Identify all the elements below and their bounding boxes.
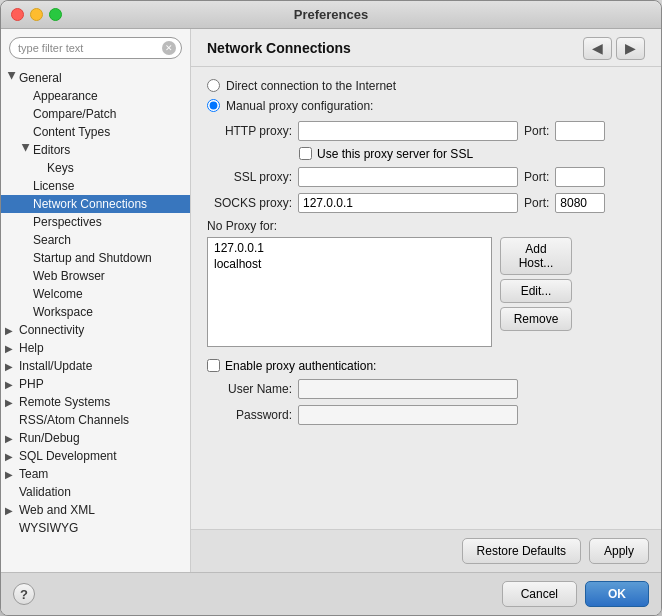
expand-arrow: ▶: [5, 505, 19, 516]
sidebar-item-label: Compare/Patch: [33, 107, 116, 121]
direct-radio-label[interactable]: Direct connection to the Internet: [226, 79, 396, 93]
manual-radio-row: Manual proxy configuration:: [207, 99, 645, 113]
password-input[interactable]: [298, 405, 518, 425]
sidebar-item-network-connections[interactable]: Network Connections: [1, 195, 190, 213]
filter-input[interactable]: [9, 37, 182, 59]
expand-arrow: ▶: [5, 325, 19, 336]
list-item[interactable]: 127.0.0.1: [212, 240, 487, 256]
panel-title: Network Connections: [207, 40, 351, 56]
sidebar-item-label: Remote Systems: [19, 395, 110, 409]
sidebar-item-sql-development[interactable]: ▶ SQL Development: [1, 447, 190, 465]
sidebar-item-perspectives[interactable]: Perspectives: [1, 213, 190, 231]
sidebar-item-web-browser[interactable]: Web Browser: [1, 267, 190, 285]
restore-defaults-button[interactable]: Restore Defaults: [462, 538, 581, 564]
forward-button[interactable]: ▶: [616, 37, 645, 60]
sidebar-item-remote-systems[interactable]: ▶ Remote Systems: [1, 393, 190, 411]
http-port-input[interactable]: [555, 121, 605, 141]
manual-radio-label[interactable]: Manual proxy configuration:: [226, 99, 373, 113]
ssl-checkbox-row: Use this proxy server for SSL: [299, 147, 645, 161]
expand-arrow: ▶: [7, 71, 18, 85]
sidebar-item-welcome[interactable]: Welcome: [1, 285, 190, 303]
password-label: Password:: [207, 408, 292, 422]
expand-arrow: ▶: [5, 397, 19, 408]
apply-button[interactable]: Apply: [589, 538, 649, 564]
sidebar-item-label: Run/Debug: [19, 431, 80, 445]
username-label: User Name:: [207, 382, 292, 396]
sidebar-item-rss-atom[interactable]: RSS/Atom Channels: [1, 411, 190, 429]
sidebar-item-install-update[interactable]: ▶ Install/Update: [1, 357, 190, 375]
sidebar-item-label: Web Browser: [33, 269, 105, 283]
sidebar: ✕ ▶ General Appearance Compare/Patch: [1, 29, 191, 572]
no-proxy-list[interactable]: 127.0.0.1 localhost: [207, 237, 492, 347]
sidebar-item-php[interactable]: ▶ PHP: [1, 375, 190, 393]
expand-arrow: ▶: [5, 433, 19, 444]
sidebar-item-label: Editors: [33, 143, 70, 157]
sidebar-item-search[interactable]: Search: [1, 231, 190, 249]
back-button[interactable]: ◀: [583, 37, 612, 60]
cancel-button[interactable]: Cancel: [502, 581, 577, 607]
sidebar-item-license[interactable]: License: [1, 177, 190, 195]
sidebar-item-startup-shutdown[interactable]: Startup and Shutdown: [1, 249, 190, 267]
http-proxy-row: HTTP proxy: Port:: [207, 121, 645, 141]
http-proxy-label: HTTP proxy:: [207, 124, 292, 138]
sidebar-item-wysiwyg[interactable]: WYSIWYG: [1, 519, 190, 537]
sidebar-item-label: Team: [19, 467, 48, 481]
list-item[interactable]: localhost: [212, 256, 487, 272]
dialog-title: Preferences: [294, 7, 368, 22]
socks-port-input[interactable]: [555, 193, 605, 213]
sidebar-item-content-types[interactable]: Content Types: [1, 123, 190, 141]
username-input[interactable]: [298, 379, 518, 399]
sidebar-item-compare-patch[interactable]: Compare/Patch: [1, 105, 190, 123]
sidebar-item-connectivity[interactable]: ▶ Connectivity: [1, 321, 190, 339]
ssl-checkbox-label[interactable]: Use this proxy server for SSL: [317, 147, 473, 161]
right-panel: Network Connections ◀ ▶ Direct connectio…: [191, 29, 661, 572]
sidebar-item-keys[interactable]: Keys: [1, 159, 190, 177]
ssl-port-input[interactable]: [555, 167, 605, 187]
enable-auth-checkbox[interactable]: [207, 359, 220, 372]
expand-arrow: ▶: [5, 379, 19, 390]
sidebar-item-team[interactable]: ▶ Team: [1, 465, 190, 483]
sidebar-item-editors[interactable]: ▶ Editors: [1, 141, 190, 159]
no-proxy-label: No Proxy for:: [207, 219, 645, 233]
sidebar-item-workspace[interactable]: Workspace: [1, 303, 190, 321]
sidebar-item-appearance[interactable]: Appearance: [1, 87, 190, 105]
sidebar-item-general[interactable]: ▶ General: [1, 69, 190, 87]
expand-arrow: ▶: [5, 451, 19, 462]
bottom-right-buttons: Restore Defaults Apply: [462, 538, 649, 564]
direct-radio[interactable]: [207, 79, 220, 92]
socks-proxy-row: SOCKS proxy: Port:: [207, 193, 645, 213]
ssl-checkbox[interactable]: [299, 147, 312, 160]
http-proxy-input[interactable]: [298, 121, 518, 141]
remove-button[interactable]: Remove: [500, 307, 572, 331]
edit-button[interactable]: Edit...: [500, 279, 572, 303]
bottom-bar: Restore Defaults Apply: [191, 529, 661, 572]
add-host-button[interactable]: Add Host...: [500, 237, 572, 275]
sidebar-item-label: License: [33, 179, 74, 193]
ssl-port-label: Port:: [524, 170, 549, 184]
proxy-action-buttons: Add Host... Edit... Remove: [500, 237, 572, 347]
sidebar-item-run-debug[interactable]: ▶ Run/Debug: [1, 429, 190, 447]
title-bar: Preferences: [1, 1, 661, 29]
sidebar-item-label: Connectivity: [19, 323, 84, 337]
dialog-footer: ? Cancel OK: [1, 572, 661, 615]
maximize-button[interactable]: [49, 8, 62, 21]
ssl-proxy-row: SSL proxy: Port:: [207, 167, 645, 187]
help-button[interactable]: ?: [13, 583, 35, 605]
ssl-proxy-input[interactable]: [298, 167, 518, 187]
sidebar-item-validation[interactable]: Validation: [1, 483, 190, 501]
manual-radio[interactable]: [207, 99, 220, 112]
enable-auth-label[interactable]: Enable proxy authentication:: [225, 359, 376, 373]
sidebar-item-help[interactable]: ▶ Help: [1, 339, 190, 357]
ok-button[interactable]: OK: [585, 581, 649, 607]
socks-proxy-input[interactable]: [298, 193, 518, 213]
sidebar-item-label: Perspectives: [33, 215, 102, 229]
auth-section: Enable proxy authentication: User Name: …: [207, 359, 645, 425]
clear-filter-button[interactable]: ✕: [162, 41, 176, 55]
minimize-button[interactable]: [30, 8, 43, 21]
close-button[interactable]: [11, 8, 24, 21]
socks-proxy-label: SOCKS proxy:: [207, 196, 292, 210]
ssl-proxy-label: SSL proxy:: [207, 170, 292, 184]
preferences-dialog: Preferences ✕ ▶ General Appearance: [0, 0, 662, 616]
sidebar-item-label: RSS/Atom Channels: [19, 413, 129, 427]
sidebar-item-web-xml[interactable]: ▶ Web and XML: [1, 501, 190, 519]
